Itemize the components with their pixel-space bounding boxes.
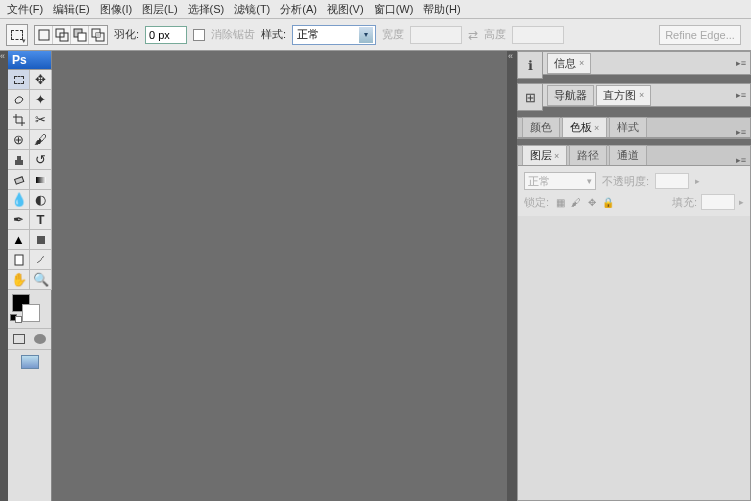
tab-swatches-label: 色板 <box>570 120 592 135</box>
tab-swatches[interactable]: 色板 × <box>562 117 607 137</box>
antialias-checkbox <box>193 29 205 41</box>
type-tool[interactable]: T <box>30 210 52 230</box>
pen-tool[interactable]: ✒ <box>8 210 30 230</box>
tab-layers-label: 图层 <box>530 148 552 163</box>
selection-add-button[interactable] <box>53 26 71 44</box>
panel-menu-icon[interactable]: ▸≡ <box>736 155 746 165</box>
blend-mode-select: 正常 ▾ <box>524 172 596 190</box>
panel-menu-icon[interactable]: ▸≡ <box>736 127 746 137</box>
svg-rect-13 <box>15 255 23 265</box>
menu-image[interactable]: 图像(I) <box>95 0 137 19</box>
style-label: 样式: <box>261 27 286 42</box>
panels-column: ℹ 信息 × ▸≡ ⊞ 导航器 直方图 × ▸≡ <box>517 51 751 501</box>
close-icon[interactable]: × <box>639 90 644 100</box>
default-colors-icon[interactable] <box>10 314 22 323</box>
menu-filter[interactable]: 滤镜(T) <box>229 0 275 19</box>
options-bar: ▾ 羽化: 消除锯齿 样式: 正常 ▾ 宽度 ⇄ 高度 Refine Edge.… <box>0 19 751 51</box>
quickmask-mode-button[interactable] <box>30 329 52 349</box>
menu-edit[interactable]: 编辑(E) <box>48 0 95 19</box>
crop-tool[interactable] <box>8 110 30 130</box>
style-select[interactable]: 正常 ▾ <box>292 25 376 45</box>
marquee-tool[interactable] <box>8 70 30 90</box>
tab-navigator[interactable]: 导航器 <box>547 85 594 106</box>
notes-tool[interactable] <box>8 250 30 270</box>
eyedropper-tool[interactable]: ⟋ <box>30 250 52 270</box>
tab-channels[interactable]: 通道 <box>609 145 647 165</box>
tab-histogram[interactable]: 直方图 × <box>596 85 651 106</box>
close-icon[interactable]: × <box>554 151 559 161</box>
lock-all-icon: 🔒 <box>601 195 615 209</box>
navigator-dock-icon[interactable]: ⊞ <box>521 88 539 106</box>
tab-histogram-label: 直方图 <box>603 88 636 103</box>
slice-tool[interactable]: ✂ <box>30 110 52 130</box>
path-selection-tool[interactable]: ▲ <box>8 230 30 250</box>
selection-subtract-button[interactable] <box>71 26 89 44</box>
svg-rect-9 <box>17 156 21 160</box>
standard-mode-button[interactable] <box>8 329 30 349</box>
main-area: Ps ✥ ✦ ✂ ⊕ 🖌 ↺ 💧 ◐ ✒ T ▲ ⟋ ✋ 🔍 <box>0 51 751 501</box>
close-icon[interactable]: × <box>594 123 599 133</box>
canvas-area <box>52 51 507 501</box>
panel-menu-icon[interactable]: ▸≡ <box>736 90 746 100</box>
menu-file[interactable]: 文件(F) <box>2 0 48 19</box>
swap-icon: ⇄ <box>468 28 478 42</box>
refine-edge-button: Refine Edge... <box>659 25 741 45</box>
menu-view[interactable]: 视图(V) <box>322 0 369 19</box>
tab-color[interactable]: 颜色 <box>522 117 560 137</box>
screen-mode-button[interactable] <box>8 349 51 373</box>
selection-mode-group <box>34 25 108 45</box>
svg-rect-4 <box>78 33 86 41</box>
tab-styles[interactable]: 样式 <box>609 117 647 137</box>
height-label: 高度 <box>484 27 506 42</box>
color-swatches[interactable] <box>8 290 51 328</box>
history-brush-tool[interactable]: ↺ <box>30 150 52 170</box>
info-dock-icon[interactable]: ℹ <box>521 56 539 74</box>
menu-layer[interactable]: 图层(L) <box>137 0 182 19</box>
magic-wand-tool[interactable]: ✦ <box>30 90 52 110</box>
tab-info-label: 信息 <box>554 56 576 71</box>
menu-window[interactable]: 窗口(W) <box>369 0 419 19</box>
lock-transparency-icon: ▦ <box>553 195 567 209</box>
opacity-input <box>655 173 689 189</box>
move-tool[interactable]: ✥ <box>30 70 52 90</box>
blur-tool[interactable]: 💧 <box>8 190 30 210</box>
tab-layers[interactable]: 图层 × <box>522 145 567 165</box>
brush-tool[interactable]: 🖌 <box>30 130 52 150</box>
panel-menu-icon[interactable]: ▸≡ <box>736 58 746 68</box>
feather-input[interactable] <box>145 26 187 44</box>
selection-new-button[interactable] <box>35 26 53 44</box>
clone-stamp-tool[interactable] <box>8 150 30 170</box>
tab-paths[interactable]: 路径 <box>569 145 607 165</box>
width-input <box>410 26 462 44</box>
svg-rect-11 <box>36 177 46 183</box>
menubar: 文件(F) 编辑(E) 图像(I) 图层(L) 选择(S) 滤镜(T) 分析(A… <box>0 0 751 19</box>
healing-brush-tool[interactable]: ⊕ <box>8 130 30 150</box>
toolbox: Ps ✥ ✦ ✂ ⊕ 🖌 ↺ 💧 ◐ ✒ T ▲ ⟋ ✋ 🔍 <box>8 51 52 501</box>
selection-intersect-button[interactable] <box>89 26 107 44</box>
shape-tool[interactable] <box>30 230 52 250</box>
background-swatch[interactable] <box>22 304 40 322</box>
tool-preset-picker[interactable]: ▾ <box>6 24 28 46</box>
tab-info[interactable]: 信息 × <box>547 53 591 74</box>
fill-label: 填充: <box>672 195 697 210</box>
right-dock-strip[interactable] <box>507 51 517 501</box>
gradient-tool[interactable] <box>30 170 52 190</box>
height-input <box>512 26 564 44</box>
style-value: 正常 <box>297 27 319 42</box>
left-dock-strip[interactable] <box>0 51 8 501</box>
menu-select[interactable]: 选择(S) <box>183 0 230 19</box>
menu-analysis[interactable]: 分析(A) <box>275 0 322 19</box>
width-label: 宽度 <box>382 27 404 42</box>
menu-help[interactable]: 帮助(H) <box>418 0 465 19</box>
chevron-down-icon: ▾ <box>359 27 373 43</box>
svg-rect-12 <box>37 236 45 244</box>
lasso-tool[interactable] <box>8 90 30 110</box>
hand-tool[interactable]: ✋ <box>8 270 30 290</box>
arrow-icon: ▸ <box>695 176 700 186</box>
dodge-tool[interactable]: ◐ <box>30 190 52 210</box>
lock-label: 锁定: <box>524 195 549 210</box>
zoom-tool[interactable]: 🔍 <box>30 270 52 290</box>
eraser-tool[interactable] <box>8 170 30 190</box>
close-icon[interactable]: × <box>579 58 584 68</box>
toolbox-header[interactable]: Ps <box>8 51 51 69</box>
